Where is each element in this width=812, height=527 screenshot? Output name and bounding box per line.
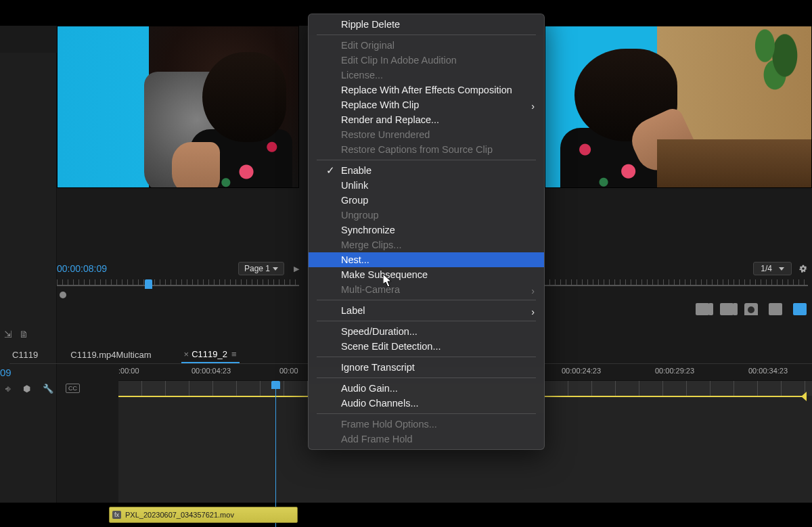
settings-wrench-icon[interactable] (798, 264, 808, 273)
ruler-label: 00:00:34:23 (748, 367, 788, 375)
submenu-chevron-icon: › (531, 306, 535, 317)
menu-separator (317, 35, 536, 35)
menu-separator (317, 357, 536, 357)
menu-separator (317, 321, 536, 321)
page-dropdown-label: Page 1 (244, 264, 270, 273)
menu-item-license: License... (309, 68, 544, 83)
ruler-label: 00:00:29:23 (655, 367, 694, 375)
menu-item-ungroup: Ungroup (309, 208, 544, 223)
source-timecode[interactable]: 00:00:08:09 (57, 263, 107, 274)
sequence-tab-2[interactable]: ×C1119_2≡ (181, 346, 240, 363)
source-ruler[interactable] (57, 279, 299, 300)
menu-separator (317, 377, 536, 378)
insert-icon[interactable] (696, 303, 709, 315)
menu-item-replace-with-after-effects-composition[interactable]: Replace With After Effects Composition (309, 83, 544, 97)
menu-item-ripple-delete[interactable]: Ripple Delete (309, 17, 544, 32)
menu-item-audio-channels[interactable]: Audio Channels... (309, 396, 544, 411)
menu-item-multi-camera: Multi-Camera› (309, 282, 544, 297)
chevron-down-icon (273, 267, 278, 271)
comparison-view-icon[interactable] (769, 303, 782, 315)
timeline-playhead[interactable] (275, 381, 276, 527)
menu-item-enable[interactable]: Enable✓ (309, 163, 544, 178)
ruler-label: 00:00:04:23 (191, 367, 231, 375)
menu-item-merge-clips: Merge Clips... (309, 237, 544, 252)
source-monitor (57, 26, 299, 188)
wrench-icon[interactable]: 🔧 (43, 384, 53, 394)
play-forward-icon[interactable]: ▶ (294, 265, 299, 273)
menu-item-make-subsequence[interactable]: Make Subsequence (309, 267, 544, 282)
menu-item-unlink[interactable]: Unlink (309, 178, 544, 193)
menu-separator (317, 300, 536, 300)
ruler-label: 00:00 (279, 367, 298, 375)
resolution-dropdown[interactable]: 1/4 (753, 262, 792, 275)
menu-item-group[interactable]: Group (309, 193, 544, 208)
program-ruler[interactable] (544, 279, 808, 300)
sequence-tab-0[interactable]: C1119 (9, 347, 41, 363)
close-tab-icon[interactable]: × (184, 349, 189, 359)
menu-item-nest[interactable]: Nest... (309, 252, 544, 267)
clip-name: PXL_20230607_034357621.mov (125, 511, 234, 519)
overwrite-icon[interactable] (720, 303, 734, 315)
menu-item-restore-captions-from-source-clip: Restore Captions from Source Clip (309, 142, 544, 157)
marker-icon[interactable]: ⬢ (23, 384, 30, 394)
chevron-down-icon (779, 267, 784, 271)
menu-item-synchronize[interactable]: Synchronize (309, 223, 544, 237)
submenu-chevron-icon: › (531, 285, 535, 296)
mouse-cursor (383, 274, 392, 288)
export-icon[interactable]: ⇲ (4, 329, 12, 340)
sequence-tab-2-label: C1119_2 (191, 349, 227, 359)
menu-item-label[interactable]: Label› (309, 303, 544, 318)
cc-icon[interactable]: CC (66, 384, 80, 393)
menu-item-scene-edit-detection[interactable]: Scene Edit Detection... (309, 339, 544, 354)
new-item-icon[interactable]: 🗎 (19, 329, 28, 340)
sequence-tab-1[interactable]: C1119.mp4Multicam (68, 347, 154, 363)
program-monitor (545, 26, 812, 188)
menu-item-edit-clip-in-adobe-audition: Edit Clip In Adobe Audition (309, 53, 544, 68)
ruler-label: :00:00 (118, 367, 139, 375)
menu-item-replace-with-clip[interactable]: Replace With Clip› (309, 97, 544, 112)
proxy-toggle-icon[interactable] (793, 303, 807, 315)
ruler-label: 00:00:24:23 (562, 367, 601, 375)
submenu-chevron-icon: › (531, 101, 535, 112)
menu-item-edit-original: Edit Original (309, 38, 544, 53)
left-sidebar (0, 53, 57, 503)
menu-item-add-frame-hold: Add Frame Hold (309, 432, 544, 446)
menu-separator (317, 160, 536, 160)
timeline-clip[interactable]: fx PXL_20230607_034357621.mov (109, 507, 298, 523)
ruler-playhead[interactable] (145, 279, 152, 289)
ruler-start-marker[interactable] (60, 292, 66, 298)
menu-separator (317, 413, 536, 414)
check-icon: ✓ (326, 165, 335, 176)
menu-item-audio-gain[interactable]: Audio Gain... (309, 381, 544, 396)
menu-item-restore-unrendered: Restore Unrendered (309, 127, 544, 142)
menu-item-ignore-transcript[interactable]: Ignore Transcript (309, 360, 544, 375)
clip-context-menu[interactable]: Ripple DeleteEdit OriginalEdit Clip In A… (308, 14, 545, 450)
export-frame-icon[interactable] (744, 303, 758, 315)
resolution-label: 1/4 (761, 264, 772, 273)
snap-icon[interactable]: ⎆ (5, 384, 11, 394)
page-dropdown[interactable]: Page 1 (238, 262, 284, 275)
sequence-menu-icon[interactable]: ≡ (231, 349, 237, 359)
menu-item-frame-hold-options: Frame Hold Options... (309, 417, 544, 432)
fx-badge: fx (112, 511, 121, 519)
menu-item-speed-duration[interactable]: Speed/Duration... (309, 324, 544, 339)
menu-item-render-and-replace[interactable]: Render and Replace... (309, 112, 544, 127)
timeline-timecode[interactable]: 09 (0, 367, 9, 378)
